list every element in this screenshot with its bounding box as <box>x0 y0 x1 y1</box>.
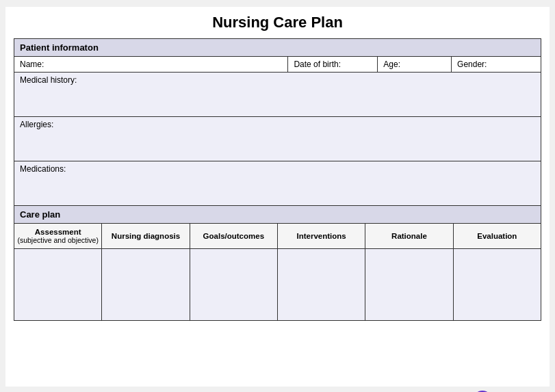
name-field[interactable]: Name: <box>14 57 288 73</box>
medical-history-field[interactable]: Medical history: <box>14 73 541 117</box>
patient-section-header-row: Patient informaton <box>14 39 541 57</box>
care-plan-table: Assessment(subjective and objective) Nur… <box>14 223 541 321</box>
care-plan-assessment-cell[interactable] <box>14 249 102 321</box>
allergies-row: Allergies: <box>14 117 541 161</box>
patient-fields-row: Name: Date of birth: Age: Gender: <box>14 57 541 73</box>
dob-label: Date of birth: <box>294 60 341 69</box>
allergies-field[interactable]: Allergies: <box>14 117 541 161</box>
page-title: Nursing Care Plan <box>14 14 541 31</box>
gender-label: Gender: <box>457 60 487 69</box>
dob-field[interactable]: Date of birth: <box>288 57 378 73</box>
name-label: Name: <box>20 60 44 69</box>
care-plan-evaluation-cell[interactable] <box>453 249 541 321</box>
col-goals-outcomes: Goals/outcomes <box>190 224 277 249</box>
age-label: Age: <box>383 60 400 69</box>
medications-label: Medications: <box>20 164 66 174</box>
care-plan-body-row <box>14 249 541 321</box>
patient-section-header: Patient informaton <box>14 39 541 57</box>
care-plan-header: Care plan <box>14 206 541 224</box>
medications-field[interactable]: Medications: <box>14 161 541 206</box>
page-wrapper: Nursing Care Plan Patient informaton Nam… <box>5 7 550 387</box>
col-interventions: Interventions <box>277 224 365 249</box>
care-plan-goals-cell[interactable] <box>190 249 277 321</box>
col-evaluation: Evaluation <box>453 224 541 249</box>
medical-history-label: Medical history: <box>20 75 77 85</box>
care-plan-header-row: Care plan <box>14 206 541 224</box>
col-rationale: Rationale <box>365 224 453 249</box>
main-table: Patient informaton Name: Date of birth: … <box>14 38 541 224</box>
care-plan-interventions-cell[interactable] <box>277 249 365 321</box>
col-nursing-diagnosis: Nursing diagnosis <box>102 224 190 249</box>
medical-history-row: Medical history: <box>14 73 541 117</box>
care-plan-nursing-diagnosis-cell[interactable] <box>102 249 190 321</box>
care-plan-columns-header: Assessment(subjective and objective) Nur… <box>14 224 541 249</box>
care-plan-rationale-cell[interactable] <box>365 249 453 321</box>
gender-field[interactable]: Gender: <box>452 57 541 73</box>
medications-row: Medications: <box>14 161 541 206</box>
col-assessment: Assessment(subjective and objective) <box>14 224 102 249</box>
allergies-label: Allergies: <box>20 120 53 129</box>
age-field[interactable]: Age: <box>378 57 452 73</box>
